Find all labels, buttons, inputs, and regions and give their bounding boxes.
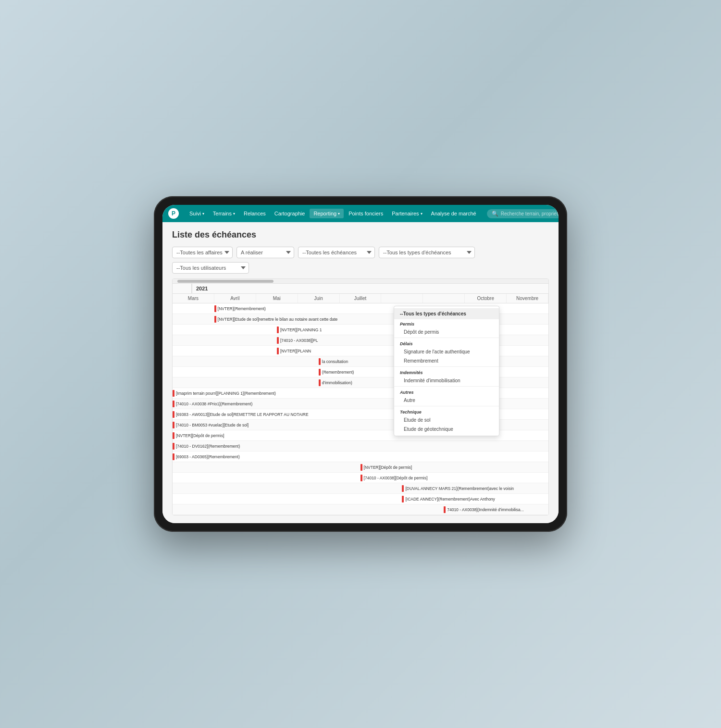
table-row: [69003 - AD0365](Remembrement) [173, 452, 548, 462]
nav-suivi[interactable]: Suivi ▾ [186, 209, 208, 218]
month-mars: Mars [173, 294, 214, 303]
table-row: [DUVAL ANNECY MARS 21](Remembrement)avec… [173, 483, 548, 494]
dropdown-header[interactable]: --Tous les types d'échéances [394, 308, 499, 319]
nav-items: Suivi ▾ Terrains ▾ Relances Cartographie… [186, 209, 480, 218]
dropdown-option-remembrement[interactable]: Remembrement [394, 356, 499, 365]
nav-cartographie[interactable]: Cartographie [271, 209, 309, 218]
logo-icon: P [172, 210, 175, 217]
dropdown-types: --Tous les types d'échéances Permis Dépô… [394, 306, 499, 436]
divider [394, 338, 499, 338]
table-row: 74010 - AX0038](Indemnité d'immobilisa..… [173, 504, 548, 515]
scrollbar-thumb[interactable] [177, 280, 273, 283]
page-title: Liste des échéances [172, 230, 549, 240]
chevron-down-icon: ▾ [421, 212, 423, 216]
dropdown-group-delais: Délais [394, 339, 499, 347]
filter-realiser[interactable]: A réaliser [236, 247, 294, 258]
main-content: Liste des échéances --Toutes les affaire… [162, 222, 559, 523]
search-bar[interactable]: 🔍 [487, 209, 559, 218]
dropdown-group-indemnites: Indemnités [394, 368, 499, 376]
dropdown-group-autres: Autres [394, 388, 499, 396]
month-novembre: Novembre [507, 294, 548, 303]
dropdown-option-indemnite[interactable]: Indemnité d'immobilisation [394, 376, 499, 385]
nav-relances[interactable]: Relances [240, 209, 270, 218]
nav-terrains[interactable]: Terrains ▾ [209, 209, 239, 218]
month-septembre [423, 294, 465, 303]
divider [394, 406, 499, 406]
nav-partenaires[interactable]: Partenaires ▾ [388, 209, 426, 218]
navbar: P Suivi ▾ Terrains ▾ Relances Cartograph… [162, 205, 559, 222]
chevron-down-icon: ▾ [233, 212, 235, 216]
dropdown-option-autre[interactable]: Autre [394, 396, 499, 405]
nav-analyse[interactable]: Analyse de marché [427, 209, 480, 218]
nav-points-fonciers[interactable]: Points fonciers [345, 209, 387, 218]
filter-echeances[interactable]: --Toutes les échéances [298, 247, 375, 258]
search-icon: 🔍 [492, 211, 498, 217]
search-input[interactable] [501, 211, 559, 216]
chevron-down-icon: ▾ [202, 212, 204, 216]
timeline-months: Mars Avril Mai Juin Juillet Octobre Nove… [173, 294, 548, 303]
timeline-year-header: 2021 [173, 284, 548, 294]
timeline-scrollbar[interactable] [173, 279, 548, 284]
dropdown-option-depot-permis[interactable]: Dépôt de permis [394, 327, 499, 337]
table-row: [74010 - AX0038][Dépôt de permis] [173, 473, 548, 483]
table-row: [74010 - DV0162](Remembrement) [173, 441, 548, 452]
chevron-down-icon: ▾ [338, 212, 340, 216]
filter-utilisateurs[interactable]: --Tous les utilisateurs [172, 262, 249, 274]
divider [394, 366, 499, 367]
year-label: 2021 [192, 284, 548, 293]
filter-types[interactable]: --Tous les types d'échéances [379, 247, 475, 258]
device: P Suivi ▾ Terrains ▾ Relances Cartograph… [154, 196, 567, 532]
screen: P Suivi ▾ Terrains ▾ Relances Cartograph… [162, 205, 559, 523]
nav-reporting[interactable]: Reporting ▾ [310, 209, 344, 218]
dropdown-option-etude-geo[interactable]: Etude de géotechnique [394, 425, 499, 434]
filter-affaires[interactable]: --Toutes les affaires [172, 247, 233, 258]
month-avril: Avril [214, 294, 256, 303]
dropdown-group-technique: Technique [394, 407, 499, 415]
month-juin: Juin [298, 294, 340, 303]
month-juillet: Juillet [340, 294, 382, 303]
table-row: [ICADE ANNECY](Remembrement)Avec Anthony [173, 494, 548, 504]
dropdown-group-permis: Permis [394, 319, 499, 327]
dropdown-option-etude-sol[interactable]: Etude de sol [394, 415, 499, 425]
month-mai: Mai [256, 294, 298, 303]
month-aout [381, 294, 423, 303]
logo[interactable]: P [168, 208, 179, 219]
table-row: [NVTER][Dépôt de permis] [173, 462, 548, 473]
filters-row: --Toutes les affaires A réaliser --Toute… [172, 247, 549, 274]
divider [394, 386, 499, 387]
month-octobre: Octobre [465, 294, 507, 303]
dropdown-option-signature[interactable]: Signature de l'acte authentique [394, 347, 499, 356]
timeline-wrapper: 2021 Mars Avril Mai Juin Juillet Octobre… [172, 278, 549, 515]
